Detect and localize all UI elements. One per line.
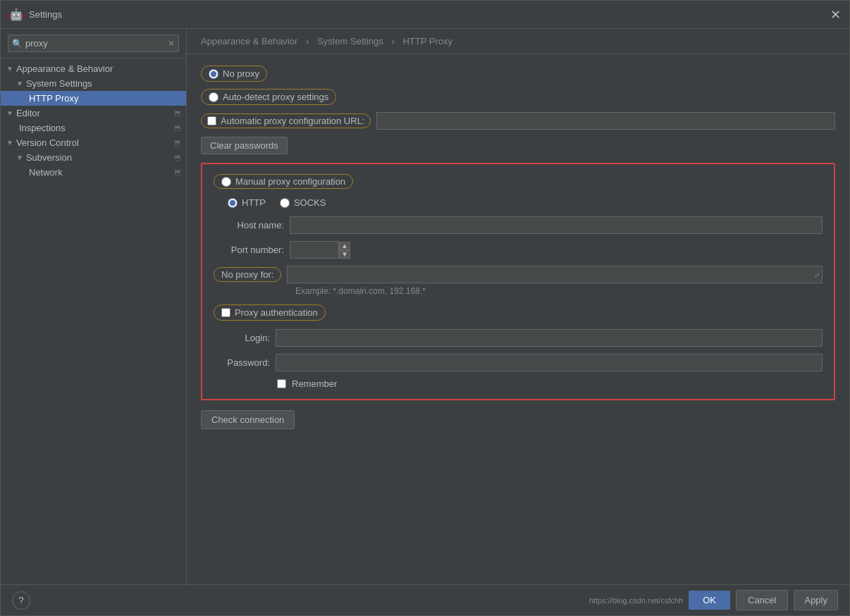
proxy-type-group: No proxy Auto-detect proxy settings [201,66,835,105]
sidebar-item-inspections[interactable]: Inspections ⬒ [1,121,186,135]
search-clear-icon[interactable]: ✕ [168,39,175,49]
manual-proxy-option[interactable]: Manual proxy configuration [214,174,353,189]
sidebar-search-area: 🔍 ✕ [1,29,186,58]
sidebar-tree: ▼ Appearance & Behavior ▼ System Setting… [1,58,186,584]
tree-arrow: ▼ [16,80,23,87]
expand-icon[interactable]: ⤢ [814,271,820,278]
copy-icon: ⬒ [174,168,180,176]
search-input[interactable] [8,35,179,52]
search-icon: 🔍 [12,39,23,49]
sidebar-item-system-settings[interactable]: ▼ System Settings [1,76,186,91]
help-button[interactable]: ? [12,591,30,610]
protocol-row: HTTP SOCKS [214,197,823,208]
auto-url-label: Automatic proxy configuration URL: [221,116,364,126]
port-number-label: Port number: [214,245,284,255]
sidebar-item-http-proxy[interactable]: HTTP Proxy [1,91,186,106]
http-label: HTTP [242,197,266,208]
proxy-auth-checkbox[interactable] [221,308,230,317]
http-protocol-option[interactable]: HTTP [228,197,266,208]
no-proxy-label: No proxy [223,68,259,79]
password-input[interactable] [276,354,823,371]
auto-detect-option[interactable]: Auto-detect proxy settings [201,89,336,105]
sidebar: 🔍 ✕ ▼ Appearance & Behavior ▼ System Set… [1,29,187,584]
sidebar-item-version-control[interactable]: ▼ Version Control ⬒ [1,135,186,150]
password-label: Password: [214,357,270,368]
port-field-wrap: ▲ ▼ [290,241,350,259]
auto-url-row: Automatic proxy configuration URL: [201,112,835,130]
sidebar-item-network[interactable]: Network ⬒ [1,165,186,180]
copy-icon: ⬒ [174,124,180,132]
auto-detect-radio[interactable] [209,92,218,102]
no-proxy-for-input[interactable] [287,266,823,283]
sidebar-item-label: Subversion [26,152,72,163]
manual-proxy-radio[interactable] [221,177,231,187]
host-name-label: Host name: [214,220,284,230]
login-row: Login: [214,329,823,347]
tree-arrow: ▼ [6,139,13,147]
breadcrumb-sep: › [306,36,312,47]
no-proxy-radio[interactable] [209,69,218,79]
search-wrap: 🔍 ✕ [8,35,179,52]
sidebar-item-label: Network [29,167,63,178]
sidebar-item-appearance-behavior[interactable]: ▼ Appearance & Behavior [1,61,186,76]
main-content: 🔍 ✕ ▼ Appearance & Behavior ▼ System Set… [1,29,849,584]
bottom-right: https://blog.csdn.net/csfchh OK Cancel A… [589,590,838,610]
proxy-auth-option[interactable]: Proxy authentication [214,304,326,321]
settings-window: 🤖 Settings ✕ 🔍 ✕ ▼ Appearance & Behavior [0,0,850,616]
sidebar-item-label: Version Control [16,137,79,148]
http-radio[interactable] [228,198,238,208]
remember-label: Remember [292,378,337,389]
breadcrumb-part-2: System Settings [317,36,383,47]
breadcrumb: Appearance & Behavior › System Settings … [187,29,849,54]
window-title: Settings [29,9,62,20]
sidebar-item-subversion[interactable]: ▼ Subversion ⬒ [1,150,186,165]
example-text: Example: *.domain.com, 192.168.* [295,286,823,296]
close-button[interactable]: ✕ [830,7,841,23]
breadcrumb-part-1: Appearance & Behavior [201,36,297,47]
apply-button[interactable]: Apply [794,590,838,610]
ok-button[interactable]: OK [689,591,730,610]
login-label: Login: [214,333,270,343]
copy-icon: ⬒ [174,139,180,147]
url-bar: https://blog.csdn.net/csfchh [589,596,683,605]
sidebar-item-label: System Settings [26,78,92,89]
no-proxy-for-row: No proxy for: ⤢ [214,266,823,283]
check-connection-button[interactable]: Check connection [201,410,295,429]
app-icon: 🤖 [9,8,23,21]
host-name-input[interactable] [290,216,823,234]
socks-radio[interactable] [280,198,290,208]
no-proxy-for-label: No proxy for: [214,267,281,282]
proxy-auth-row: Proxy authentication [214,304,823,321]
clear-passwords-button[interactable]: Clear passwords [201,137,288,154]
port-number-row: Port number: ▲ ▼ [214,241,823,259]
port-up-button[interactable]: ▲ [339,242,350,250]
sidebar-item-label: HTTP Proxy [29,93,79,104]
manual-proxy-section: Manual proxy configuration HTTP SOCKS [201,163,835,400]
remember-row: Remember [277,378,823,389]
auto-detect-label: Auto-detect proxy settings [223,92,328,102]
cancel-button[interactable]: Cancel [736,590,788,610]
port-down-button[interactable]: ▼ [339,250,350,259]
breadcrumb-part-3: HTTP Proxy [402,36,452,47]
auto-url-checkbox[interactable] [207,116,216,125]
copy-icon: ⬒ [174,109,180,117]
sidebar-item-editor[interactable]: ▼ Editor ⬒ [1,106,186,121]
sidebar-item-label: Inspections [19,123,66,133]
password-row: Password: [214,354,823,371]
tree-arrow: ▼ [6,65,13,73]
no-proxy-option[interactable]: No proxy [201,66,267,82]
remember-checkbox[interactable] [277,379,286,388]
login-input[interactable] [276,329,823,347]
copy-icon: ⬒ [174,154,180,161]
bottom-bar: ? https://blog.csdn.net/csfchh OK Cancel… [1,584,849,615]
port-spinner: ▲ ▼ [339,242,350,259]
auto-url-input[interactable] [376,112,835,130]
socks-protocol-option[interactable]: SOCKS [280,197,326,208]
settings-content: No proxy Auto-detect proxy settings [187,54,849,584]
socks-label: SOCKS [294,197,326,208]
title-bar-left: 🤖 Settings [9,8,62,21]
port-number-input[interactable] [290,241,339,259]
tree-arrow: ▼ [16,154,23,161]
main-panel: Appearance & Behavior › System Settings … [187,29,849,584]
auto-detect-row: Auto-detect proxy settings [201,89,835,105]
